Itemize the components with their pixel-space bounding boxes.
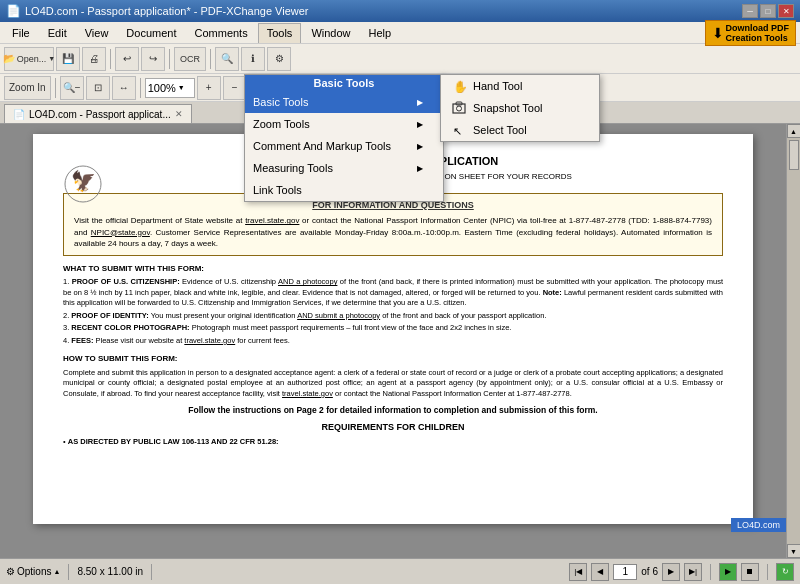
status-sep2	[151, 564, 152, 580]
zoom-out-button[interactable]: 🔍−	[60, 76, 84, 100]
zoom-combo-arrow: ▼	[178, 84, 185, 91]
separator4	[55, 78, 56, 98]
menu-view[interactable]: View	[77, 23, 117, 43]
menu-link-tools[interactable]: Link Tools	[245, 179, 443, 201]
measuring-tools-arrow: ▶	[417, 164, 423, 173]
what-submit-header: WHAT TO SUBMIT WITH THIS FORM:	[63, 264, 723, 274]
menu-comment-markup[interactable]: Comment And Markup Tools ▶	[245, 135, 443, 157]
separator5	[140, 78, 141, 98]
close-button[interactable]: ✕	[778, 4, 794, 18]
document-tab[interactable]: 📄 LO4D.com - Passport applicat... ✕	[4, 104, 192, 123]
travel-link3[interactable]: travel.state.gov	[282, 389, 333, 398]
select-tool-item[interactable]: ↖ Select Tool	[441, 119, 599, 141]
submit-item-1: 1. PROOF OF U.S. CITIZENSHIP: Evidence o…	[63, 277, 723, 309]
nav-last-button[interactable]: ▶|	[684, 563, 702, 581]
undo-button[interactable]: ↩	[115, 47, 139, 71]
menu-comments[interactable]: Comments	[187, 23, 256, 43]
snapshot-tool-item[interactable]: Snapshot Tool	[441, 97, 599, 119]
options-arrow-icon: ▲	[53, 568, 60, 575]
ocr-button[interactable]: OCR	[174, 47, 206, 71]
redo-button[interactable]: ↪	[141, 47, 165, 71]
options-button[interactable]: ⚙ Options ▲	[6, 566, 60, 577]
zoom-fit-button[interactable]: ⊡	[86, 76, 110, 100]
menu-window[interactable]: Window	[303, 23, 358, 43]
nav-prev-button[interactable]: ◀	[591, 563, 609, 581]
travel-link1[interactable]: travel.state.gov	[245, 216, 299, 225]
titlebar-left: 📄 LO4D.com - Passport application* - PDF…	[6, 4, 308, 18]
menu-help[interactable]: Help	[361, 23, 400, 43]
separator3	[210, 49, 211, 69]
requirements-law: AS DIRECTED BY PUBLIC LAW 106-113 AND 22…	[68, 437, 279, 446]
menu-measuring-tools[interactable]: Measuring Tools ▶	[245, 157, 443, 179]
download-pdf-button[interactable]: ⬇ Download PDFCreation Tools	[705, 20, 797, 46]
tab-close-button[interactable]: ✕	[175, 109, 183, 119]
zoom-combo[interactable]: 100% ▼	[145, 78, 195, 98]
dropdown-arrow-icon: ▼	[48, 55, 55, 62]
open-button[interactable]: 📂 Open... ▼	[4, 47, 54, 71]
page-number-input[interactable]	[613, 564, 637, 580]
svg-text:✋: ✋	[453, 79, 466, 93]
zoom-value: 100%	[148, 82, 176, 94]
statusbar: ⚙ Options ▲ 8.50 x 11.00 in |◀ ◀ of 6 ▶ …	[0, 558, 800, 584]
play-button[interactable]: ▶	[719, 563, 737, 581]
info-section-box: FOR INFORMATION AND QUESTIONS Visit the …	[63, 193, 723, 256]
status-sep3	[710, 564, 711, 580]
minimize-button[interactable]: ─	[742, 4, 758, 18]
comment-markup-label: Comment And Markup Tools	[253, 140, 391, 152]
basic-tools-label: Basic Tools	[253, 96, 308, 108]
svg-point-4	[457, 106, 462, 111]
comment-markup-arrow: ▶	[417, 142, 423, 151]
menu-basic-tools[interactable]: Basic Tools ▶	[245, 91, 443, 113]
download-icon: ⬇	[712, 25, 724, 41]
select-tool-label: Select Tool	[473, 124, 527, 136]
doc-tab-label: LO4D.com - Passport applicat...	[29, 109, 171, 120]
menu-zoom-tools[interactable]: Zoom Tools ▶	[245, 113, 443, 135]
what-to-submit-section: WHAT TO SUBMIT WITH THIS FORM: 1. PROOF …	[63, 264, 723, 346]
svg-rect-5	[456, 102, 462, 105]
nav-first-button[interactable]: |◀	[569, 563, 587, 581]
titlebar: 📄 LO4D.com - Passport application* - PDF…	[0, 0, 800, 22]
open-label: Open...	[17, 54, 47, 64]
zoom-tools-arrow: ▶	[417, 120, 423, 129]
zoom-tools-label: Zoom Tools	[253, 118, 310, 130]
hand-icon: ✋	[451, 78, 467, 94]
scroll-down-button[interactable]: ▼	[787, 544, 801, 558]
vertical-scrollbar: ▲ ▼	[786, 124, 800, 558]
find-button[interactable]: 🔍	[215, 47, 239, 71]
zoom-in-button[interactable]: Zoom In	[4, 76, 51, 100]
measuring-tools-label: Measuring Tools	[253, 162, 333, 174]
link-tools-label: Link Tools	[253, 184, 302, 196]
print-button[interactable]: 🖨	[82, 47, 106, 71]
lo4d-badge: LO4D.com	[731, 518, 786, 532]
titlebar-controls[interactable]: ─ □ ✕	[742, 4, 794, 18]
settings-button[interactable]: ⚙	[267, 47, 291, 71]
zoom-plus-btn[interactable]: +	[197, 76, 221, 100]
save-button[interactable]: 💾	[56, 47, 80, 71]
properties-button[interactable]: ℹ	[241, 47, 265, 71]
nav-next-button[interactable]: ▶	[662, 563, 680, 581]
menu-file[interactable]: File	[4, 23, 38, 43]
menubar: File Edit View Document Comments Tools W…	[0, 22, 800, 44]
submit-item-2: 2. PROOF OF IDENTITY: You must present y…	[63, 311, 723, 322]
menu-tools[interactable]: Tools	[258, 23, 302, 43]
refresh-button[interactable]: ↻	[776, 563, 794, 581]
npic-email-link[interactable]: NPIC@state.gov	[91, 228, 150, 237]
doc-tab-icon: 📄	[13, 109, 25, 120]
svg-text:↖: ↖	[453, 125, 462, 137]
stop-button[interactable]: ⏹	[741, 563, 759, 581]
basic-tools-arrow: ▶	[417, 98, 423, 107]
maximize-button[interactable]: □	[760, 4, 776, 18]
scroll-up-button[interactable]: ▲	[787, 124, 801, 138]
scroll-thumb[interactable]	[789, 140, 799, 170]
status-sep4	[767, 564, 768, 580]
zoom-width-button[interactable]: ↔	[112, 76, 136, 100]
hand-tool-item[interactable]: ✋ Hand Tool	[441, 75, 599, 97]
basic-tools-submenu: ✋ Hand Tool Snapshot Tool ↖ Select Tool	[440, 74, 600, 142]
status-sep1	[68, 564, 69, 580]
select-icon: ↖	[451, 122, 467, 138]
travel-link2[interactable]: travel.state.gov	[184, 336, 235, 345]
snapshot-tool-label: Snapshot Tool	[473, 102, 543, 114]
menu-edit[interactable]: Edit	[40, 23, 75, 43]
menu-document[interactable]: Document	[118, 23, 184, 43]
separator1	[110, 49, 111, 69]
